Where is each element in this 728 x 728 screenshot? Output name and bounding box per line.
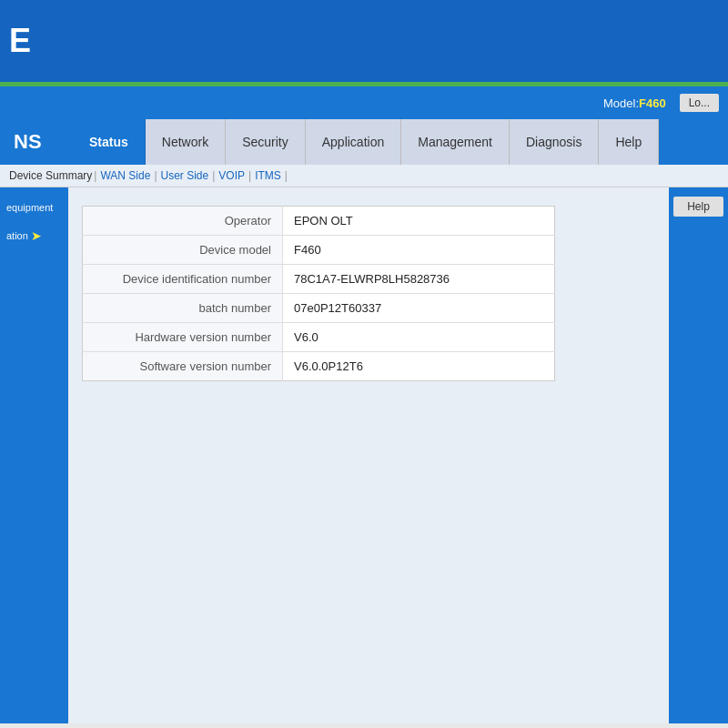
right-panel: Help [669,187,728,723]
tab-help[interactable]: Help [599,119,659,165]
row-label: Operator [83,207,283,236]
row-label: Software version number [83,352,283,381]
nav-brand: NS [0,119,73,165]
top-header: E [0,0,728,82]
breadcrumb-user-side[interactable]: User Side [161,169,209,182]
table-row: Operator EPON OLT [83,207,555,236]
table-row: batch number 07e0P12T60337 [83,294,555,323]
table-row: Software version number V6.0.0P12T6 [83,352,555,381]
breadcrumb-voip[interactable]: VOIP [218,169,245,182]
table-row: Device identification number 78C1A7-ELWR… [83,265,555,294]
sidebar-information-label: ation [6,229,28,242]
tab-status[interactable]: Status [73,119,146,165]
left-sidebar: equipment ation ➤ [0,187,68,723]
row-value: F460 [283,236,555,265]
help-button[interactable]: Help [673,197,723,217]
model-value: F460 [639,96,666,110]
row-label: Device model [83,236,283,265]
row-label: Hardware version number [83,323,283,352]
nav-tabs: Status Network Security Application Mana… [73,119,728,165]
row-label: Device identification number [83,265,283,294]
secondary-header: Model: F460 Lo... [0,86,728,119]
tab-security[interactable]: Security [226,119,306,165]
nav-area: NS Status Network Security Application M… [0,119,728,165]
table-row: Hardware version number V6.0 [83,323,555,352]
row-label: batch number [83,294,283,323]
tab-diagnosis[interactable]: Diagnosis [510,119,599,165]
row-value: 78C1A7-ELWRP8LH5828736 [283,265,555,294]
sidebar-equipment-label: equipment [6,201,53,214]
app-logo: E [9,22,30,60]
sidebar-equipment[interactable]: equipment [5,197,64,218]
model-label: Model: [603,96,639,110]
sidebar-information[interactable]: ation ➤ [5,223,64,248]
tab-application[interactable]: Application [306,119,402,165]
main-layout: equipment ation ➤ Operator EPON OLT Devi… [0,187,728,723]
breadcrumb-device-summary[interactable]: Device Summary [9,169,92,182]
breadcrumb-wan-side[interactable]: WAN Side [100,169,150,182]
device-info-table: Operator EPON OLT Device model F460 Devi… [82,206,555,381]
tab-management[interactable]: Management [401,119,510,165]
content-area: Operator EPON OLT Device model F460 Devi… [68,187,669,723]
breadcrumb: Device Summary | WAN Side | User Side | … [0,165,728,187]
logout-button[interactable]: Lo... [680,94,719,112]
table-row: Device model F460 [83,236,555,265]
row-value: 07e0P12T60337 [283,294,555,323]
row-value: V6.0 [283,323,555,352]
row-value: EPON OLT [283,207,555,236]
arrow-icon: ➤ [31,228,42,244]
tab-network[interactable]: Network [146,119,226,165]
row-value: V6.0.0P12T6 [283,352,555,381]
breadcrumb-itms[interactable]: ITMS [255,169,281,182]
